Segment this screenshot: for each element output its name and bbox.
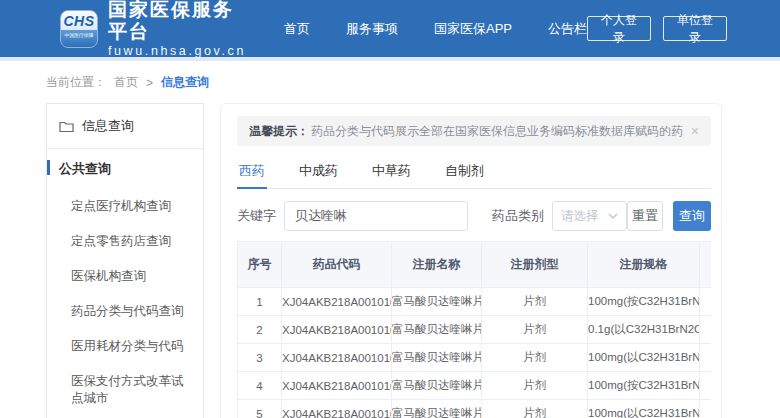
top-header: CHS 中国医疗保障 国家医保服务平台 fuwu.nhsa.gov.cn 首页 … xyxy=(0,0,780,57)
cell-drug-code: XJ04AKB218A0010102... xyxy=(282,372,392,400)
table-row: 1 XJ04AKB218A0010101... 富马酸贝达喹啉片 片剂 100m… xyxy=(238,288,712,316)
site-title: 国家医保服务平台 xyxy=(108,0,246,43)
personal-login-button[interactable]: 个人登录 xyxy=(587,16,651,41)
sidebar-item-insurance-agencies[interactable]: 医保机构查询 xyxy=(47,259,203,294)
cell-registered-name: 富马酸贝达喹啉片 xyxy=(392,344,482,372)
sidebar-item-designated-retail-pharmacies[interactable]: 定点零售药店查询 xyxy=(47,224,203,259)
sidebar-title-row[interactable]: 信息查询 xyxy=(47,104,203,149)
cell-index: 5 xyxy=(238,400,282,418)
breadcrumb-separator: > xyxy=(146,76,153,90)
col-header-specification: 注册规格 xyxy=(588,242,700,288)
cell-index: 3 xyxy=(238,344,282,372)
table-row: 5 XJ04AKB218A0010102... 富马酸贝达喹啉片 片剂 100m… xyxy=(238,400,712,418)
cell-dosage-form: 片剂 xyxy=(482,400,588,418)
tab-western-medicine[interactable]: 西药 xyxy=(237,156,267,188)
chevron-down-icon xyxy=(608,211,618,221)
results-table-container: 序号 药品代码 注册名称 注册剂型 注册规格 批准文号 1 XJ04AKB218… xyxy=(237,241,711,418)
content-area: 信息查询 公共查询 定点医疗机构查询 定点零售药店查询 医保机构查询 药品分类与… xyxy=(0,103,780,418)
cell-extra xyxy=(700,344,712,372)
keyword-label: 关键字 xyxy=(237,207,276,225)
table-row: 3 XJ04AKB218A0010101... 富马酸贝达喹啉片 片剂 100m… xyxy=(238,344,712,372)
cell-registered-name: 富马酸贝达喹啉片 xyxy=(392,400,482,418)
nav-item-app[interactable]: 国家医保APP xyxy=(434,20,512,38)
sidebar-title: 信息查询 xyxy=(82,117,134,135)
col-header-registered-name: 注册名称 xyxy=(392,242,482,288)
breadcrumb: 当前位置： 首页 > 信息查询 xyxy=(0,61,780,103)
sidebar-item-payment-reform-pilot-cities[interactable]: 医保支付方式改革试点城市 xyxy=(47,364,203,416)
notice-bar: 温馨提示： 药品分类与代码展示全部在国家医保信息业务编码标准数据库赋码的药品。 … xyxy=(237,116,711,146)
table-row: 4 XJ04AKB218A0010102... 富马酸贝达喹啉片 片剂 100m… xyxy=(238,372,712,400)
cell-registered-name: 富马酸贝达喹啉片 xyxy=(392,288,482,316)
cell-specification: 100mg(以C32H31BrN2... xyxy=(588,400,700,418)
cell-specification: 100mg(按C32H31BrN2... xyxy=(588,372,700,400)
breadcrumb-current: 信息查询 xyxy=(161,74,209,91)
sidebar-menu: 信息查询 公共查询 定点医疗机构查询 定点零售药店查询 医保机构查询 药品分类与… xyxy=(46,103,204,418)
drug-category-select[interactable]: 请选择 xyxy=(552,201,627,231)
nav-item-bulletin[interactable]: 公告栏 xyxy=(548,20,587,38)
tab-chinese-patent-medicine[interactable]: 中成药 xyxy=(297,156,340,188)
select-placeholder: 请选择 xyxy=(561,208,608,225)
notice-text: 药品分类与代码展示全部在国家医保信息业务编码标准数据库赋码的药品。 xyxy=(311,123,683,140)
site-brand: 国家医保服务平台 fuwu.nhsa.gov.cn xyxy=(108,0,246,59)
search-button[interactable]: 查询 xyxy=(673,201,711,231)
nav-item-home[interactable]: 首页 xyxy=(284,20,310,38)
cell-dosage-form: 片剂 xyxy=(482,316,588,344)
table-row: 2 XJ04AKB218A0010101... 富马酸贝达喹啉片 片剂 0.1g… xyxy=(238,316,712,344)
cell-registered-name: 富马酸贝达喹啉片 xyxy=(392,372,482,400)
cell-dosage-form: 片剂 xyxy=(482,372,588,400)
cell-specification: 100mg(按C32H31BrN2... xyxy=(588,288,700,316)
results-table: 序号 药品代码 注册名称 注册剂型 注册规格 批准文号 1 XJ04AKB218… xyxy=(237,241,711,418)
logo-badge-text: CHS xyxy=(63,11,94,31)
cell-dosage-form: 片剂 xyxy=(482,344,588,372)
chs-logo-icon: CHS 中国医疗保障 xyxy=(60,10,98,48)
col-header-index: 序号 xyxy=(238,242,282,288)
cell-registered-name: 富马酸贝达喹啉片 xyxy=(392,316,482,344)
tab-self-made-preparation[interactable]: 自制剂 xyxy=(443,156,486,188)
tab-chinese-herbal-medicine[interactable]: 中草药 xyxy=(370,156,413,188)
notice-label: 温馨提示： xyxy=(249,123,309,140)
cell-dosage-form: 片剂 xyxy=(482,288,588,316)
cell-drug-code: XJ04AKB218A0010101... xyxy=(282,316,392,344)
cell-extra xyxy=(700,316,712,344)
login-buttons: 个人登录 单位登录 xyxy=(587,16,727,41)
cell-index: 4 xyxy=(238,372,282,400)
logo-badge-subtext: 中国医疗保障 xyxy=(65,31,94,37)
close-icon[interactable]: × xyxy=(691,123,699,139)
cell-index: 2 xyxy=(238,316,282,344)
cell-extra xyxy=(700,400,712,418)
main-nav: 首页 服务事项 国家医保APP 公告栏 xyxy=(284,20,587,38)
breadcrumb-prefix: 当前位置： xyxy=(46,74,106,91)
cell-drug-code: XJ04AKB218A0010101... xyxy=(282,344,392,372)
nav-item-services[interactable]: 服务事项 xyxy=(346,20,398,38)
sidebar-item-drug-classification-codes[interactable]: 药品分类与代码查询 xyxy=(47,294,203,329)
col-header-dosage-form: 注册剂型 xyxy=(482,242,588,288)
site-domain: fuwu.nhsa.gov.cn xyxy=(108,43,246,59)
cell-extra xyxy=(700,372,712,400)
keyword-input[interactable] xyxy=(284,201,468,231)
sidebar-item-designated-medical-institutions[interactable]: 定点医疗机构查询 xyxy=(47,189,203,224)
sidebar-section-public-query[interactable]: 公共查询 xyxy=(47,149,203,189)
folder-icon xyxy=(59,120,74,133)
cell-index: 1 xyxy=(238,288,282,316)
query-panel: 温馨提示： 药品分类与代码展示全部在国家医保信息业务编码标准数据库赋码的药品。 … xyxy=(220,103,722,418)
cell-specification: 100mg(以C32H31BrN2... xyxy=(588,344,700,372)
table-header-row: 序号 药品代码 注册名称 注册剂型 注册规格 批准文号 xyxy=(238,242,712,288)
col-header-drug-code: 药品代码 xyxy=(282,242,392,288)
drug-category-label: 药品类别 xyxy=(492,207,544,225)
cell-extra xyxy=(700,288,712,316)
unit-login-button[interactable]: 单位登录 xyxy=(663,16,727,41)
breadcrumb-home-link[interactable]: 首页 xyxy=(114,74,138,91)
cell-drug-code: XJ04AKB218A0010102... xyxy=(282,400,392,418)
reset-button[interactable]: 重置 xyxy=(627,201,663,231)
filter-bar: 关键字 药品类别 请选择 重置 查询 xyxy=(237,201,711,231)
col-header-approval-number-clipped: 批准文号 xyxy=(700,242,712,288)
cell-specification: 0.1g(以C32H31BrN2O2计) xyxy=(588,316,700,344)
cell-drug-code: XJ04AKB218A0010101... xyxy=(282,288,392,316)
sidebar-item-medical-consumables-codes[interactable]: 医用耗材分类与代码 xyxy=(47,329,203,364)
drug-category-tabs: 西药 中成药 中草药 自制剂 xyxy=(237,156,711,189)
